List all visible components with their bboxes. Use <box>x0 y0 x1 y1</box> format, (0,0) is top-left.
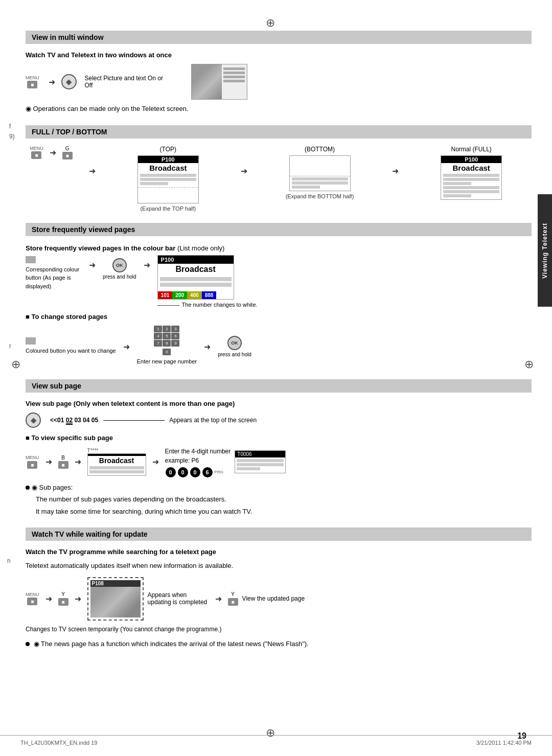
footer-right: 3/21/2011 1:42:40 PM <box>476 740 532 746</box>
f-line-4 <box>443 186 499 189</box>
tv-figure <box>192 64 222 99</box>
subpage-code: <<01 02 03 04 05 <box>50 417 98 425</box>
menu-btn-group: MENU ■ <box>26 75 39 88</box>
section5-subsection-title: Watch the TV programme while searching f… <box>26 548 532 556</box>
nav-circle-sub <box>26 413 41 428</box>
section4-header: View sub page <box>26 379 532 393</box>
watch-tv-update-row: MENU ■ ➜ Y ■ ➜ P108 <box>26 577 532 621</box>
subpage-indicator-group: <<01 02 03 04 05 Appears at the top of t… <box>50 416 257 424</box>
t0006-lines <box>235 457 285 473</box>
menu-label-update: MENU <box>26 592 39 597</box>
multi-window-row: MENU ■ ➜ Select Picture and text On or O… <box>26 64 532 100</box>
key-8: 8 <box>163 340 171 347</box>
select-instruction: Select Picture and text On or Off <box>85 75 167 89</box>
y-label: Y <box>58 591 68 597</box>
teletext-box-store: P100 Broadcast 101 200 400 888 <box>157 255 234 300</box>
t-label: T**** <box>87 448 146 453</box>
number-changes-note: ———— The number changes to white. <box>157 302 258 308</box>
numpad: 1 2 3 4 5 6 7 8 9 <box>154 326 179 347</box>
top-box-header: P100 <box>138 156 198 163</box>
change-stored-section: ■ To change stored pages Coloured button… <box>26 313 532 368</box>
expand-top-caption: (Expand the TOP half) <box>108 205 228 212</box>
crosshair-top: ⊕ <box>266 16 275 30</box>
subpage-notes: ◉ Sub pages: The number of sub pages var… <box>26 483 532 517</box>
full-box-broadcast: Broadcast <box>441 163 501 173</box>
menu-g-row: MENU ■ ➜ G ■ <box>30 146 73 159</box>
key-6: 6 <box>171 333 179 339</box>
b-line-1 <box>292 177 348 180</box>
p108-container: P108 <box>87 577 144 621</box>
bullet-icon-1 <box>26 486 30 490</box>
arrow-ftb4: ➜ <box>392 166 399 176</box>
tv-line-4 <box>223 80 245 82</box>
top-label: (TOP) <box>108 146 228 153</box>
ftb-container: MENU ■ ➜ G ■ ➜ (TOP) <box>26 146 532 212</box>
section5-header: Watch TV while waiting for update <box>26 528 532 541</box>
t0006-line-1 <box>237 459 284 462</box>
change-stored-title: ■ To change stored pages <box>26 313 532 320</box>
section-view-sub-page: View sub page View sub page (Only when t… <box>26 379 532 517</box>
store-title-suffix: (List mode only) <box>177 244 224 252</box>
section1-header: View in multi window <box>26 31 532 44</box>
top-box-bottom-empty <box>138 187 198 203</box>
h-line-3 <box>140 182 168 185</box>
arrow-update2: ➜ <box>75 594 81 604</box>
h-line-1 <box>140 174 196 177</box>
t0006-header: T0006 <box>235 451 285 457</box>
colour-btn-group: Corresponding colour button (As page is … <box>26 255 82 292</box>
section-watch-tv-update: Watch TV while waiting for update Watch … <box>26 528 532 649</box>
t0006-box-group: T0006 <box>235 450 286 473</box>
cb-green: 200 <box>172 291 187 299</box>
digit-0-3: 0 <box>190 467 200 477</box>
g-button: ■ <box>62 152 73 159</box>
s-line-2 <box>160 283 232 287</box>
subpage-indicator-row: <<01 02 03 04 05 Appears at the top of t… <box>26 413 532 428</box>
tv-thumbnail <box>191 64 247 100</box>
numpad-group: 1 2 3 4 5 6 7 8 9 0 Ent <box>137 326 197 368</box>
p108-image <box>90 587 141 617</box>
top-col: (TOP) P100 Broadcast <box>108 146 228 212</box>
bottom-box-lines <box>290 176 350 191</box>
store-box-broadcast: Broadcast <box>158 264 234 275</box>
crosshair-right: ⊕ <box>524 358 534 371</box>
numpad-zero-row: 0 <box>163 347 171 355</box>
arrow-ftb3: ➜ <box>241 166 247 176</box>
key-7: 7 <box>154 340 162 347</box>
bb-line-2 <box>89 470 144 473</box>
bullet-icon-2 <box>26 642 30 646</box>
b-button: ■ <box>58 461 68 469</box>
f-line-5 <box>443 190 499 193</box>
section3-subsection1-title: Store frequently viewed pages in the col… <box>26 243 532 254</box>
teletext-auto-update-desc: Teletext automatically updates itself wh… <box>26 561 532 571</box>
subsection1-1-title: Watch TV and Teletext in two windows at … <box>26 51 532 59</box>
side-tab-viewing-teletext: Viewing Teletext <box>538 194 552 307</box>
top-half-box: P100 Broadcast <box>137 155 199 203</box>
full-box-lines <box>441 173 501 199</box>
side-tab-label: Viewing Teletext <box>541 223 548 279</box>
bb-lines-sub <box>88 465 146 475</box>
menu-btn-update: MENU ■ <box>26 592 39 605</box>
expand-bottom-caption: (Expand the BOTTOM half) <box>260 193 380 199</box>
ok-circle-store: OK <box>112 258 127 272</box>
b-line-3 <box>292 186 320 189</box>
tv-left-panel <box>192 64 222 99</box>
arrow-update3: ➜ <box>215 594 222 604</box>
menu-label-ftb: MENU <box>30 146 43 151</box>
section3-header: Store frequently viewed pages <box>26 223 532 236</box>
broadcast-box-sub: Broadcast <box>87 453 146 476</box>
arrow-sub2: ➜ <box>75 457 81 467</box>
key-3: 3 <box>171 326 179 332</box>
y-label2: Y <box>228 591 238 597</box>
full-col: Normal (FULL) P100 Broadcast <box>411 146 532 200</box>
ok-btn-store: OK press and hold <box>103 257 136 280</box>
news-flash-note: ◉ The news page has a function which ind… <box>26 639 532 649</box>
broadcast-store-box: P100 Broadcast 101 200 400 888 <box>157 255 258 308</box>
menu-g-group: MENU ■ ➜ G ■ <box>26 146 77 162</box>
menu-btn-ftb: MENU ■ <box>30 146 43 159</box>
bb-title-sub: Broadcast <box>88 456 146 465</box>
t0006-box: T0006 <box>235 450 286 473</box>
specific-subpage-row: MENU ■ ➜ B ■ ➜ T**** Bro <box>26 447 532 477</box>
s-line-1 <box>160 277 232 281</box>
specific-subpage-section: ■ To view specific sub page MENU ■ ➜ B ■… <box>26 434 532 517</box>
colour-btn-desc: Corresponding colour button (As page is … <box>26 265 82 291</box>
